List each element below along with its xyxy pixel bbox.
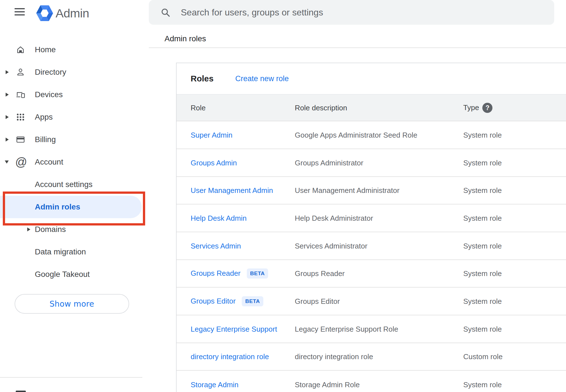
table-row: Legacy Enterprise Support Legacy Enterpr… bbox=[177, 315, 566, 343]
create-new-role-link[interactable]: Create new role bbox=[235, 74, 289, 83]
sidebar-item-label: Billing bbox=[35, 135, 56, 144]
show-more-button[interactable]: Show more bbox=[15, 294, 129, 314]
sidebar-item-billing[interactable]: Billing bbox=[0, 128, 149, 151]
sidebar-item-label: Devices bbox=[35, 90, 63, 99]
role-type: System role bbox=[463, 269, 502, 278]
admin-logo-icon bbox=[36, 5, 53, 21]
sidebar-item-data-migration[interactable]: Data migration bbox=[0, 241, 149, 263]
table-row: Groups Editor BETA Groups Editor System … bbox=[177, 288, 566, 315]
role-link[interactable]: Legacy Enterprise Support bbox=[191, 325, 277, 333]
sidebar-item-label: Account bbox=[35, 158, 63, 167]
role-link[interactable]: Storage Admin bbox=[191, 380, 239, 389]
table-row: Services Admin Services Administrator Sy… bbox=[177, 232, 566, 260]
menu-bar bbox=[15, 8, 25, 9]
app-title: Admin bbox=[56, 6, 89, 21]
roles-card-header: Roles Create new role bbox=[177, 63, 566, 94]
table-header-row: Role Role description Type ? bbox=[177, 94, 566, 121]
role-link[interactable]: Help Desk Admin bbox=[191, 214, 247, 222]
sidebar-item-account-settings[interactable]: Account settings bbox=[0, 173, 149, 196]
chevron-right-icon bbox=[6, 93, 9, 97]
table-row: Groups Reader BETA Groups Reader System … bbox=[177, 260, 566, 288]
sidebar-item-label: Domains bbox=[35, 225, 66, 234]
role-link[interactable]: Groups Admin bbox=[191, 158, 237, 167]
role-description: User Management Administrator bbox=[295, 186, 400, 195]
role-link[interactable]: User Management Admin bbox=[191, 186, 273, 195]
sidebar-item-home[interactable]: Home bbox=[0, 38, 149, 61]
credit-card-icon bbox=[16, 135, 25, 144]
search-bar bbox=[149, 0, 554, 25]
menu-bar bbox=[15, 14, 25, 15]
table-row: directory integration role directory int… bbox=[177, 343, 566, 371]
role-description: Groups Reader bbox=[295, 269, 345, 278]
sidebar-item-domains[interactable]: Domains bbox=[0, 218, 149, 241]
search-input[interactable] bbox=[181, 0, 540, 25]
role-description: Legacy Enterprise Support Role bbox=[295, 325, 398, 333]
roles-card-title: Roles bbox=[191, 74, 214, 83]
chevron-right-icon bbox=[27, 227, 30, 231]
role-type: Custom role bbox=[463, 352, 503, 361]
chevron-down-icon bbox=[5, 161, 9, 164]
sidebar-item-label: Apps bbox=[35, 113, 53, 122]
role-link[interactable]: Groups Editor bbox=[191, 297, 236, 306]
sidebar-item-label: Admin roles bbox=[35, 202, 80, 211]
column-header-type-label: Type bbox=[463, 103, 479, 112]
role-link[interactable]: Super Admin bbox=[191, 131, 232, 139]
role-description: Help Desk Administrator bbox=[295, 214, 373, 222]
role-type: System role bbox=[463, 214, 502, 222]
role-description: Groups Administrator bbox=[295, 158, 363, 167]
sidebar-item-label: Google Takeout bbox=[35, 270, 90, 279]
at-sign-icon: @ bbox=[15, 156, 26, 168]
person-icon bbox=[16, 67, 25, 77]
table-row: Help Desk Admin Help Desk Administrator … bbox=[177, 204, 566, 232]
menu-bar bbox=[15, 11, 25, 12]
role-description: directory integration role bbox=[295, 352, 373, 361]
sidebar-item-account[interactable]: @ Account bbox=[0, 151, 149, 173]
chevron-right-icon bbox=[6, 115, 9, 119]
roles-card: Roles Create new role Role Role descript… bbox=[176, 63, 566, 392]
menu-icon[interactable] bbox=[15, 8, 25, 15]
role-description: Storage Admin Role bbox=[295, 380, 360, 389]
sidebar-item-admin-roles[interactable]: Admin roles bbox=[0, 196, 142, 218]
table-row: Groups Admin Groups Administrator System… bbox=[177, 149, 566, 177]
partial-icon bbox=[16, 391, 26, 392]
role-type: System role bbox=[463, 186, 502, 195]
beta-badge: BETA bbox=[247, 268, 268, 279]
search-icon bbox=[160, 7, 170, 17]
role-link[interactable]: directory integration role bbox=[191, 352, 269, 361]
role-type: System role bbox=[463, 380, 502, 389]
devices-icon bbox=[16, 90, 25, 99]
table-row: User Management Admin User Management Ad… bbox=[177, 177, 566, 204]
role-type: System role bbox=[463, 297, 502, 306]
sidebar-item-label: Data migration bbox=[35, 247, 86, 256]
role-link[interactable]: Services Admin bbox=[191, 241, 241, 250]
role-type: System role bbox=[463, 325, 502, 333]
role-description: Groups Editor bbox=[295, 297, 340, 306]
role-type: System role bbox=[463, 131, 502, 139]
chevron-right-icon bbox=[6, 70, 9, 74]
role-description: Services Administrator bbox=[295, 241, 368, 250]
sidebar-item-label: Account settings bbox=[35, 180, 92, 189]
page-title: Admin roles bbox=[165, 33, 206, 44]
column-header-type: Type ? bbox=[463, 103, 492, 113]
home-icon bbox=[16, 45, 25, 54]
sidebar-item-directory[interactable]: Directory bbox=[0, 61, 149, 83]
chevron-right-icon bbox=[6, 138, 9, 142]
sidebar-item-apps[interactable]: Apps bbox=[0, 106, 149, 128]
help-icon[interactable]: ? bbox=[482, 103, 492, 113]
sidebar-item-google-takeout[interactable]: Google Takeout bbox=[0, 263, 149, 286]
role-type: System role bbox=[463, 241, 502, 250]
role-type: System role bbox=[463, 158, 502, 167]
column-header-role: Role bbox=[191, 103, 206, 112]
sidebar-item-label: Home bbox=[35, 45, 56, 54]
role-description: Google Apps Administrator Seed Role bbox=[295, 131, 417, 139]
beta-badge: BETA bbox=[242, 296, 263, 306]
table-row: Super Admin Google Apps Administrator Se… bbox=[177, 121, 566, 149]
role-link[interactable]: Groups Reader bbox=[191, 269, 241, 278]
sidebar-divider bbox=[0, 377, 142, 378]
sidebar-item-devices[interactable]: Devices bbox=[0, 83, 149, 106]
column-header-description: Role description bbox=[295, 103, 347, 112]
sidebar-item-label: Directory bbox=[35, 68, 66, 77]
apps-grid-icon bbox=[16, 112, 25, 122]
table-row: Storage Admin Storage Admin Role System … bbox=[177, 371, 566, 392]
title-divider bbox=[149, 47, 566, 48]
